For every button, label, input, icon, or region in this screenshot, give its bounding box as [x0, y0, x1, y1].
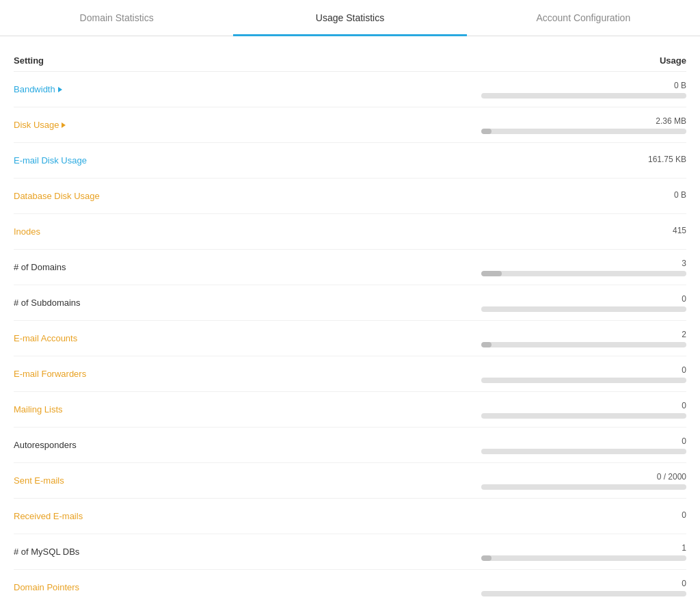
- table-row: # of MySQL DBs1: [14, 534, 686, 570]
- progress-bar-bg-mysql-dbs: [481, 555, 686, 561]
- setting-label-domain-pointers: Domain Pointers: [14, 582, 79, 592]
- header-usage: Usage: [468, 55, 686, 66]
- table-row: Domain Pointers0: [14, 570, 686, 604]
- tab-domain-statistics-label: Domain Statistics: [80, 12, 154, 23]
- usage-value-disk-usage: 2.36 MB: [656, 116, 686, 126]
- usage-value-mailing-lists: 0: [682, 401, 686, 410]
- progress-bar-bg-email-accounts: [481, 342, 686, 347]
- usage-value-mysql-dbs: 1: [682, 543, 686, 553]
- table-row: E-mail Forwarders0: [14, 356, 686, 392]
- main-content: Setting Usage Bandwidth0 BDisk Usage2.36…: [0, 36, 700, 604]
- progress-bar-bg-sent-emails: [481, 484, 686, 490]
- table-row: Inodes415: [14, 214, 686, 250]
- tab-bar: Domain Statistics Usage Statistics Accou…: [0, 0, 700, 36]
- usage-value-num-subdomains: 0: [682, 294, 686, 304]
- progress-bar-fill-email-accounts: [481, 342, 492, 347]
- progress-bar-bg-email-forwarders: [481, 378, 686, 383]
- setting-label-sent-emails: Sent E-mails: [14, 475, 64, 486]
- setting-label-mailing-lists: Mailing Lists: [14, 404, 63, 415]
- usage-value-sent-emails: 0 / 2000: [657, 472, 686, 482]
- usage-value-inodes: 415: [673, 226, 686, 235]
- progress-bar-fill-num-domains: [481, 271, 502, 276]
- setting-label-email-accounts: E-mail Accounts: [14, 333, 77, 343]
- progress-bar-bg-disk-usage: [481, 129, 686, 134]
- table-row: Autoresponders0: [14, 428, 686, 463]
- progress-bar-bg-autoresponders: [481, 449, 686, 454]
- usage-value-bandwidth: 0 B: [674, 81, 686, 90]
- setting-label-database-disk-usage: Database Disk Usage: [14, 191, 100, 201]
- progress-bar-bg-domain-pointers: [481, 591, 686, 596]
- table-row: E-mail Disk Usage161.75 KB: [14, 143, 686, 179]
- table-row: Received E-mails0: [14, 499, 686, 534]
- setting-label-num-domains: # of Domains: [14, 262, 66, 272]
- progress-bar-fill-mysql-dbs: [481, 555, 492, 561]
- progress-bar-fill-disk-usage: [481, 129, 492, 134]
- table-row: Database Disk Usage0 B: [14, 179, 686, 214]
- tab-account-configuration-label: Account Configuration: [536, 12, 630, 23]
- tab-account-configuration[interactable]: Account Configuration: [467, 0, 700, 36]
- setting-label-email-forwarders: E-mail Forwarders: [14, 369, 86, 379]
- table-row: E-mail Accounts2: [14, 321, 686, 356]
- setting-label-autoresponders: Autoresponders: [14, 440, 77, 450]
- usage-value-autoresponders: 0: [682, 436, 686, 446]
- setting-label-mysql-dbs: # of MySQL DBs: [14, 547, 79, 557]
- usage-value-domain-pointers: 0: [682, 579, 686, 588]
- arrow-icon-disk-usage: [62, 122, 66, 128]
- setting-label-inodes: Inodes: [14, 226, 40, 237]
- table-row: # of Domains3: [14, 250, 686, 285]
- setting-label-received-emails: Received E-mails: [14, 511, 83, 521]
- usage-value-email-accounts: 2: [682, 330, 686, 339]
- usage-value-num-domains: 3: [682, 259, 686, 268]
- progress-bar-bg-bandwidth: [481, 93, 686, 99]
- usage-value-email-forwarders: 0: [682, 365, 686, 375]
- table-header: Setting Usage: [14, 50, 686, 72]
- progress-bar-bg-num-subdomains: [481, 306, 686, 312]
- table-row: # of Subdomains0: [14, 285, 686, 321]
- usage-value-database-disk-usage: 0 B: [674, 190, 686, 200]
- table-row: Disk Usage2.36 MB: [14, 107, 686, 143]
- tab-domain-statistics[interactable]: Domain Statistics: [0, 0, 233, 36]
- arrow-icon-bandwidth: [58, 87, 62, 92]
- setting-link-disk-usage[interactable]: Disk Usage: [14, 120, 59, 130]
- setting-link-bandwidth[interactable]: Bandwidth: [14, 84, 55, 94]
- tab-usage-statistics[interactable]: Usage Statistics: [233, 0, 466, 36]
- tab-usage-statistics-label: Usage Statistics: [316, 12, 384, 23]
- progress-bar-bg-num-domains: [481, 271, 686, 276]
- table-row: Sent E-mails0 / 2000: [14, 463, 686, 499]
- table-row: Mailing Lists0: [14, 392, 686, 428]
- progress-bar-bg-mailing-lists: [481, 413, 686, 419]
- usage-value-email-disk-usage: 161.75 KB: [648, 155, 686, 164]
- usage-value-received-emails: 0: [682, 510, 686, 520]
- table-row: Bandwidth0 B: [14, 72, 686, 107]
- setting-label-num-subdomains: # of Subdomains: [14, 298, 81, 308]
- setting-label-email-disk-usage: E-mail Disk Usage: [14, 155, 87, 166]
- statistics-table: Bandwidth0 BDisk Usage2.36 MBE-mail Disk…: [14, 72, 686, 604]
- header-setting: Setting: [14, 55, 468, 66]
